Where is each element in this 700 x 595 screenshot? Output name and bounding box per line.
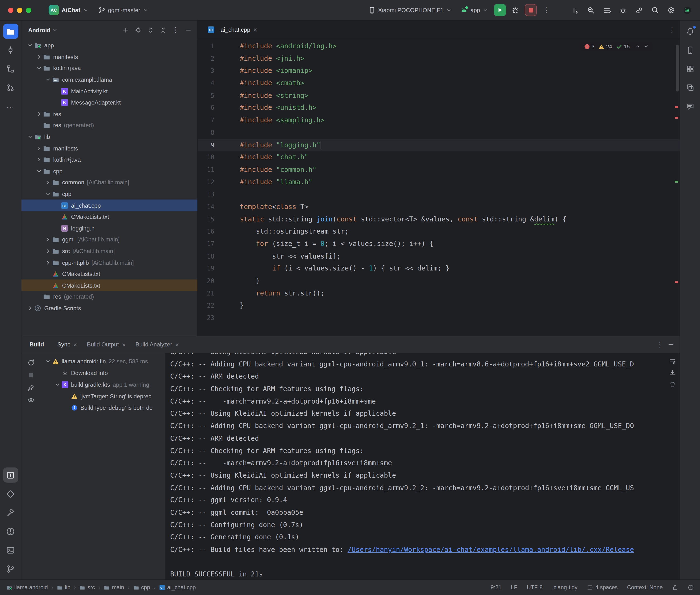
console-line[interactable]: C/C++: -- ARM detected (170, 433, 679, 445)
console-line[interactable]: C/C++: -- Adding CPU backend variant ggm… (170, 358, 679, 371)
close-tab-icon[interactable]: × (253, 26, 257, 33)
error-stripe[interactable] (674, 39, 680, 336)
stop-button[interactable] (525, 4, 537, 16)
console-line[interactable]: C/C++: -- Using KleidiAI optimized kerne… (170, 408, 679, 420)
project-tree-item[interactable]: com.example.llama (22, 74, 197, 85)
settings-icon[interactable] (665, 3, 678, 17)
chevron-down-icon[interactable] (44, 77, 52, 83)
chevron-right-icon[interactable] (44, 259, 52, 265)
project-tree-item[interactable]: CMakeLists.txt (22, 268, 197, 280)
build-tab-build[interactable]: Build (27, 339, 47, 349)
project-tree-item[interactable]: cpp-httplib[AiChat.lib.main] (22, 257, 197, 268)
code-line[interactable]: 20 } (198, 275, 680, 287)
close-tab-icon[interactable]: × (175, 341, 179, 347)
hide-panel-button[interactable] (182, 24, 194, 36)
editor-tab[interactable]: C+ ai_chat.cpp × (202, 21, 262, 39)
code-line[interactable]: 12#include "llama.h" (198, 176, 680, 189)
console-line[interactable] (170, 556, 679, 569)
console-line[interactable]: C/C++: -- ggml version: 0.9.4 (170, 494, 679, 507)
code-line[interactable]: 22} (198, 300, 680, 312)
project-tree-item[interactable]: CMakeLists.txt (22, 280, 197, 291)
code-line[interactable]: 8 (198, 127, 680, 139)
hide-build-button[interactable] (668, 341, 674, 348)
project-tree-item[interactable]: res(generated) (22, 120, 197, 131)
file-encoding[interactable]: UTF-8 (527, 584, 542, 591)
project-tree-item[interactable]: lib (22, 131, 197, 143)
chevron-down-icon[interactable] (44, 358, 52, 364)
project-tree-item[interactable]: res(generated) (22, 291, 197, 303)
build-options-button[interactable]: ⋮ (656, 340, 663, 348)
project-tree-item[interactable]: src[AiChat.lib.main] (22, 246, 197, 257)
console-line[interactable]: BUILD SUCCESSFUL in 21s (170, 569, 679, 579)
code-line[interactable]: 5#include <string> (198, 89, 680, 102)
code-line[interactable]: 7#include <sampling.h> (198, 114, 680, 127)
version-control-tool-icon[interactable] (3, 561, 18, 576)
caret-position[interactable]: 9:21 (491, 584, 502, 591)
code-line[interactable]: 10#include "chat.h" (198, 151, 680, 164)
code-line[interactable]: 4#include <cmath> (198, 77, 680, 89)
clang-tidy-status[interactable]: .clang-tidy (552, 584, 578, 591)
code-line[interactable]: 18 str << values[i]; (198, 250, 680, 263)
code-line[interactable]: 21 return str.str(); (198, 287, 680, 300)
breadcrumb-item[interactable]: lib (57, 584, 71, 591)
code-line[interactable]: 23 (198, 312, 680, 324)
panel-options-button[interactable]: ⋮ (170, 24, 181, 36)
code-line[interactable]: 17 for (size_t i = 0; i < values.size();… (198, 238, 680, 250)
close-tab-icon[interactable]: × (122, 341, 125, 347)
find-in-files-icon[interactable] (584, 3, 597, 17)
status-circle-icon[interactable] (688, 584, 694, 591)
console-line[interactable]: C/C++: -- Checking for ARM features usin… (170, 383, 679, 395)
build-tree-item[interactable]: 'jvmTarget: String' is deprec (40, 390, 165, 402)
terminal-tool-icon[interactable] (3, 542, 18, 558)
code-line[interactable]: 9#include "logging.h" (198, 139, 680, 151)
console-line[interactable]: C/C++: -- Adding CPU backend variant ggm… (170, 420, 679, 433)
file-lock-icon[interactable] (672, 584, 678, 591)
vcs-branch-widget[interactable]: ggml-master (95, 5, 151, 16)
success-mark[interactable] (675, 181, 678, 182)
breadcrumb-item[interactable]: C+ai_chat.cpp (159, 584, 196, 591)
code-line[interactable]: 16 std::ostringstream str; (198, 225, 680, 238)
code-line[interactable]: 19 if (i < values.size() - 1) { str << d… (198, 263, 680, 275)
task-list-icon[interactable] (600, 3, 614, 17)
console-line[interactable]: C/C++: -- Using KleidiAI optimized kerne… (170, 470, 679, 482)
close-tab-icon[interactable]: × (73, 341, 77, 347)
stop-sync-icon[interactable] (27, 371, 34, 379)
project-tree-item[interactable]: cpp (22, 166, 197, 177)
build-tree-item[interactable]: llama.android: fin22 sec, 583 ms (40, 356, 165, 367)
project-tree-item[interactable]: manifests (22, 51, 197, 63)
build-tree-item[interactable]: BuildType 'debug' is both de (40, 402, 165, 414)
device-selector[interactable]: Xiaomi POCOPHONE F1 (365, 5, 455, 16)
project-tree-item[interactable]: CMakeLists.txt (22, 211, 197, 223)
packages-tool-icon[interactable] (3, 486, 18, 502)
debug-button[interactable] (509, 3, 522, 17)
breadcrumb-item[interactable]: main (104, 584, 124, 591)
link-icon[interactable] (632, 3, 646, 17)
error-mark[interactable] (675, 281, 678, 283)
eye-icon[interactable] (27, 396, 34, 404)
code-editor[interactable]: 1#include <android/log.h>2#include <jni.… (198, 39, 680, 336)
layout-inspector-icon[interactable] (682, 80, 698, 95)
chevron-down-icon[interactable] (26, 42, 34, 48)
locate-file-button[interactable] (132, 24, 144, 36)
pull-requests-tool-icon[interactable] (3, 80, 18, 95)
rerun-sync-icon[interactable] (27, 359, 34, 367)
project-view-selector[interactable]: Android (28, 27, 50, 33)
translate-icon[interactable] (568, 3, 581, 17)
build-console[interactable]: C/C++: -- Using KleidiAI optimized kerne… (165, 353, 680, 579)
build-tree-item[interactable]: Kbuild.gradle.ktsapp 1 warning (40, 378, 165, 390)
project-widget[interactable]: AC AiChat (46, 3, 91, 17)
project-tool-icon[interactable] (3, 24, 18, 39)
chevron-down-icon[interactable] (35, 168, 43, 174)
code-line[interactable]: 2#include <jni.h> (198, 53, 680, 65)
console-line[interactable]: C/C++: -- Build files have been written … (170, 544, 679, 556)
expand-all-button[interactable] (145, 24, 157, 36)
code-line[interactable]: 14template<class T> (198, 201, 680, 213)
console-line[interactable]: C/C++: -- Using KleidiAI optimized kerne… (170, 353, 679, 358)
clear-console-icon[interactable] (669, 381, 676, 388)
collapse-all-button[interactable] (157, 24, 169, 36)
chevron-down-icon[interactable] (26, 134, 34, 140)
project-tree-item[interactable]: GGradle Scripts (22, 303, 197, 314)
chevron-right-icon[interactable] (44, 180, 52, 186)
console-line[interactable]: C/C++: -- ggml commit: 0a0bba05e (170, 507, 679, 519)
project-tree-item[interactable]: Hlogging.h (22, 223, 197, 234)
